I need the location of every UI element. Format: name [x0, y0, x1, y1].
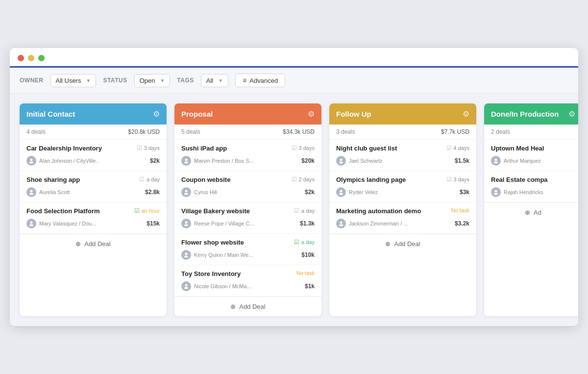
deal-meta: Jackson Zimmerman / ... $3.2k — [336, 219, 469, 228]
deal-title: Coupon website — [181, 176, 288, 184]
gear-icon[interactable]: ⚙ — [568, 109, 575, 119]
avatar — [26, 156, 36, 166]
svg-point-15 — [184, 287, 188, 289]
col-stats-initial-contact: 4 deals $20.8k USD — [20, 125, 167, 140]
col-title-proposal: Proposal — [181, 110, 213, 118]
svg-point-12 — [185, 252, 188, 255]
avatar — [26, 219, 36, 228]
svg-point-16 — [340, 159, 343, 161]
deal-meta: Rajah Hendricks — [491, 187, 575, 197]
svg-point-20 — [340, 221, 343, 224]
deal-meta: Cyrus Hill $2k — [181, 187, 315, 197]
deal-task: ☑3 days — [137, 145, 160, 151]
person-name: Reese Pope / Village C... — [194, 221, 254, 226]
column-proposal: Proposal ⚙ 5 deals $34.3k USD Sushi iPad… — [174, 103, 321, 316]
table-row[interactable]: Marketing automation demo No task Jackso… — [329, 202, 476, 234]
deal-task: ☑a day — [294, 207, 315, 214]
svg-point-21 — [339, 224, 343, 226]
svg-point-13 — [184, 255, 188, 257]
add-deal-button-proposal[interactable]: ⊕ Add Deal — [174, 297, 321, 316]
deal-amount: $2.8k — [145, 189, 160, 196]
deal-meta: Alan Johnson / CityVille.. $2k — [26, 156, 160, 166]
minimize-button[interactable] — [28, 55, 34, 61]
col-stats-follow-up: 3 deals $7.7k USD — [329, 125, 476, 140]
svg-point-6 — [185, 159, 188, 161]
table-row[interactable]: Toy Store Inventory No task Nicole Gibso… — [174, 265, 321, 297]
column-done-in-production: Done/In Production ⚙ 2 deals Uptown Med … — [484, 103, 578, 316]
avatar — [181, 281, 191, 291]
checkbox-icon: ☑ — [292, 176, 297, 183]
deal-amount: $3.2k — [455, 220, 469, 227]
gear-icon[interactable]: ⚙ — [463, 109, 469, 119]
chevron-down-icon: ▼ — [160, 78, 165, 83]
avatar — [336, 219, 346, 228]
svg-point-7 — [184, 162, 188, 164]
table-row[interactable]: Olympics landing page ☑3 days Ryder Vele… — [329, 171, 476, 202]
svg-point-10 — [185, 221, 188, 224]
deal-meta: Marvin Preston / Box S... $20k — [181, 156, 315, 166]
tags-dropdown[interactable]: All ▼ — [201, 74, 228, 87]
table-row[interactable]: Uptown Med Heal Arthur Marquez — [484, 140, 578, 171]
owner-dropdown[interactable]: All Users ▼ — [50, 74, 97, 87]
person-name: Jackson Zimmerman / ... — [349, 221, 408, 226]
col-deals-count: 5 deals — [181, 128, 200, 135]
deal-person: Marvin Preston / Box S... — [181, 156, 254, 166]
table-row[interactable]: Coupon website ☑2 days Cyrus Hill $2k — [174, 171, 321, 202]
checkbox-icon: ☑ — [139, 176, 145, 183]
deal-meta: Kerry Quinn / Main We... $10k — [181, 250, 315, 260]
close-button[interactable] — [18, 55, 24, 61]
deal-task: ☑2 days — [292, 176, 315, 183]
table-row[interactable]: Night club guest list ☑4 days Jael Schwa… — [329, 140, 476, 171]
deal-person: Jael Schwartz — [336, 156, 382, 166]
person-name: Ryder Velez — [349, 189, 378, 195]
avatar — [491, 187, 501, 197]
deal-task: ☑a day — [139, 176, 160, 183]
table-row[interactable]: Village Bakery website ☑a day Reese Pope… — [174, 202, 321, 234]
status-dropdown[interactable]: Open ▼ — [134, 74, 171, 87]
deal-meta: Ryder Velez $3k — [336, 187, 469, 197]
avatar — [181, 250, 191, 260]
avatar — [181, 156, 191, 166]
gear-icon[interactable]: ⚙ — [308, 109, 315, 119]
deal-person: Jackson Zimmerman / ... — [336, 219, 408, 228]
deal-task: No task — [451, 207, 469, 213]
plus-icon: ⊕ — [230, 303, 236, 310]
deal-person: Reese Pope / Village C... — [181, 219, 254, 228]
table-row[interactable]: Flower shop website ☑a day Kerry Quinn /… — [174, 234, 321, 265]
col-deals-total: $20.8k USD — [128, 128, 160, 135]
checkbox-icon: ☑ — [294, 239, 299, 246]
deal-title: Village Bakery website — [181, 207, 290, 216]
checkbox-icon: ☑ — [446, 176, 452, 183]
add-deal-button-follow-up[interactable]: ⊕ Add Deal — [329, 234, 476, 253]
deal-title: Shoe sharing app — [26, 176, 135, 184]
table-row[interactable]: Sushi iPad app ☑3 days Marvin Preston / … — [174, 140, 321, 171]
maximize-button[interactable] — [38, 55, 45, 61]
deal-task: ☑an hour — [134, 207, 160, 214]
person-name: Arthur Marquez — [504, 158, 541, 164]
add-deal-button-done-in-production[interactable]: ⊕ Ad — [484, 202, 578, 222]
table-row[interactable]: Real Estate compa Rajah Hendricks — [484, 171, 578, 202]
avatar — [491, 156, 501, 166]
table-row[interactable]: Shoe sharing app ☑a day Aurelia Scott $2… — [20, 171, 167, 202]
owner-value: All Users — [56, 77, 81, 84]
svg-point-2 — [30, 190, 33, 193]
status-label: STATUS — [103, 77, 127, 84]
deal-person: Nicole Gibson / McMa... — [181, 281, 251, 291]
table-row[interactable]: Food Selection Platform ☑an hour Mary Va… — [20, 202, 167, 234]
svg-point-17 — [339, 162, 343, 164]
person-name: Cyrus Hill — [194, 189, 217, 195]
deal-person: Ryder Velez — [336, 187, 378, 197]
gear-icon[interactable]: ⚙ — [153, 109, 160, 119]
add-deal-button-initial-contact[interactable]: ⊕ Add Deal — [20, 234, 167, 253]
table-row[interactable]: Car Dealership Inventory ☑3 days Alan Jo… — [20, 140, 167, 171]
svg-point-22 — [495, 159, 497, 161]
deal-task: ☑3 days — [292, 145, 315, 151]
chevron-down-icon: ▼ — [218, 78, 223, 83]
col-title-done-in-production: Done/In Production — [491, 110, 559, 118]
svg-point-9 — [184, 193, 188, 195]
status-value: Open — [140, 77, 155, 84]
deal-meta: Mary Valasquez / Dou... $15k — [26, 219, 160, 228]
advanced-button[interactable]: ≡ Advanced — [235, 74, 285, 87]
avatar — [336, 187, 346, 197]
svg-point-1 — [29, 162, 33, 164]
